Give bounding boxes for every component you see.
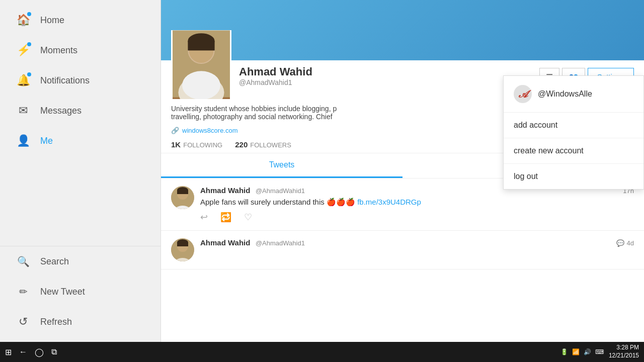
table-row: Ahmad Wahid @AhmadWahid1 💬 4d [161, 231, 644, 269]
refresh-icon: ↺ [15, 314, 31, 330]
sidebar-item-search[interactable]: 🔍 Search [0, 246, 160, 277]
battery-icon: 🔋 [560, 348, 568, 355]
following-stat[interactable]: 1K FOLLOWING [171, 140, 222, 149]
taskbar: ⊞ ← ◯ ⧉ 🔋 📶 🔊 ⌨ 3:28 PM 12/21/2015 [0, 342, 644, 362]
account-dropdown: 𝒜 @WindowsAlle add account create new ac… [503, 75, 644, 190]
avatar-image [173, 29, 230, 99]
keyboard-icon: ⌨ [595, 348, 604, 355]
comment-icon-2: 💬 [616, 239, 624, 247]
svg-rect-16 [177, 242, 188, 246]
sidebar-item-messages-label: Messages [40, 106, 82, 116]
followers-label: FOLLOWERS [250, 141, 291, 149]
tweet-actions-1: ↩ 🔁 ♡ [200, 212, 634, 223]
tweet-time-2: 4d [627, 239, 634, 247]
dropdown-account-icon: 𝒜 [514, 85, 532, 103]
tweet-handle-2: @AhmadWahid1 [256, 239, 305, 247]
profile-details: Ahmad Wahid @AhmadWahid1 [231, 60, 539, 101]
tweet-avatar-image-2 [171, 238, 194, 261]
taskbar-system-icons: 🔋 📶 🔊 ⌨ [560, 348, 604, 355]
tweet-author-2: Ahmad Wahid @AhmadWahid1 [200, 238, 305, 247]
taskbar-time-display: 3:28 PM [609, 344, 639, 352]
tweets-list: Ahmad Wahid @AhmadWahid1 17h Apple fans … [161, 178, 644, 269]
moments-icon: ⚡ [15, 42, 31, 58]
sidebar-item-new-tweet-label: New Tweet [40, 287, 85, 297]
tweet-name-1: Ahmad Wahid [200, 186, 250, 195]
tweet-content-2: Ahmad Wahid @AhmadWahid1 💬 4d [200, 238, 634, 261]
sidebar-bottom: 🔍 Search ✏ New Tweet ↺ Refresh [0, 246, 160, 337]
tweet-content-1: Ahmad Wahid @AhmadWahid1 17h Apple fans … [200, 186, 634, 223]
dropdown-current-account[interactable]: 𝒜 @WindowsAlle [504, 76, 643, 113]
task-view-button[interactable]: ⧉ [51, 347, 57, 356]
taskbar-right: 🔋 📶 🔊 ⌨ 3:28 PM 12/21/2015 [560, 344, 639, 359]
following-label: FOLLOWING [183, 141, 222, 149]
tweet-text-1: Apple fans will surely understand this 🍎… [200, 198, 634, 207]
tweet-avatar-2 [171, 238, 194, 261]
tweet-time-area-2: 💬 4d [616, 239, 634, 247]
windows-start-button[interactable]: ⊞ [5, 347, 12, 357]
retweet-button-1[interactable]: 🔁 [220, 212, 231, 223]
taskbar-date-display: 12/21/2015 [609, 352, 639, 360]
dropdown-account-name: @WindowsAlle [538, 89, 592, 99]
sidebar-item-refresh-label: Refresh [40, 317, 72, 327]
taskbar-clock[interactable]: 3:28 PM 12/21/2015 [609, 344, 639, 359]
tweet-avatar-image-1 [171, 186, 194, 209]
sidebar-item-home[interactable]: 🏠 Home [0, 5, 160, 35]
sidebar-item-notifications[interactable]: 🔔 Notifications [0, 65, 160, 96]
sidebar-nav: 🏠 Home ⚡ Moments 🔔 Notifications [0, 5, 160, 241]
tweet-avatar-1 [171, 186, 194, 209]
back-button[interactable]: ← [19, 347, 27, 356]
tweet-link-1[interactable]: fb.me/3x9U4DRGp [357, 198, 421, 206]
tweet-name-2: Ahmad Wahid [200, 238, 250, 247]
bio-line2: travelling, photography and social netwo… [171, 113, 333, 121]
wifi-icon: 📶 [572, 348, 580, 355]
tweet-author-1: Ahmad Wahid @AhmadWahid1 [200, 186, 305, 195]
search-icon: 🔍 [15, 253, 31, 269]
sidebar-item-moments-label: Moments [40, 45, 77, 56]
sidebar-item-messages[interactable]: ✉ Messages [0, 96, 160, 126]
sidebar: 🏠 Home ⚡ Moments 🔔 Notifications [0, 0, 161, 342]
profile-banner [161, 0, 644, 60]
sidebar-item-me[interactable]: 👤 Me [0, 126, 160, 156]
moments-dot [27, 42, 31, 46]
sidebar-item-refresh[interactable]: ↺ Refresh [0, 307, 160, 337]
new-tweet-icon: ✏ [15, 284, 31, 300]
home-dot [27, 12, 31, 16]
sidebar-item-home-label: Home [40, 15, 64, 26]
svg-rect-6 [188, 41, 214, 50]
profile-name: Ahmad Wahid [239, 65, 532, 78]
sidebar-item-moments[interactable]: ⚡ Moments [0, 35, 160, 65]
like-button-1[interactable]: ♡ [244, 212, 252, 223]
notifications-icon: 🔔 [15, 72, 31, 88]
home-icon: 🏠 [15, 12, 31, 28]
tab-tweets[interactable]: Tweets [161, 153, 403, 178]
svg-point-3 [182, 71, 220, 99]
followers-count: 220 [235, 140, 248, 149]
sidebar-item-notifications-label: Notifications [40, 75, 90, 86]
sidebar-item-me-label: Me [40, 136, 53, 146]
profile-handle: @AhmadWahid1 [239, 78, 532, 86]
sidebar-item-search-label: Search [40, 256, 69, 267]
logout-item[interactable]: log out [504, 164, 643, 189]
cortana-button[interactable]: ◯ [35, 347, 44, 357]
create-account-item[interactable]: create new account [504, 138, 643, 164]
reply-button-1[interactable]: ↩ [200, 212, 208, 223]
profile-link-url[interactable]: windows8core.com [182, 127, 238, 134]
sidebar-item-new-tweet[interactable]: ✏ New Tweet [0, 277, 160, 307]
me-icon: 👤 [15, 133, 31, 149]
following-count: 1K [171, 140, 181, 149]
volume-icon: 🔊 [584, 348, 591, 355]
taskbar-left: ⊞ ← ◯ ⧉ [5, 347, 57, 357]
link-icon: 🔗 [171, 127, 179, 134]
main-content: Ahmad Wahid @AhmadWahid1 ☰ 👥 Settings Un… [161, 0, 644, 342]
tweet-handle-1: @AhmadWahid1 [256, 187, 305, 195]
avatar [171, 30, 231, 101]
followers-stat[interactable]: 220 FOLLOWERS [235, 140, 291, 149]
svg-rect-11 [177, 190, 188, 194]
notifications-dot [27, 72, 31, 76]
tweet-header-2: Ahmad Wahid @AhmadWahid1 💬 4d [200, 238, 634, 247]
add-account-item[interactable]: add account [504, 113, 643, 138]
messages-icon: ✉ [15, 103, 31, 119]
bio-line1: University student whose hobbies include… [171, 105, 337, 113]
